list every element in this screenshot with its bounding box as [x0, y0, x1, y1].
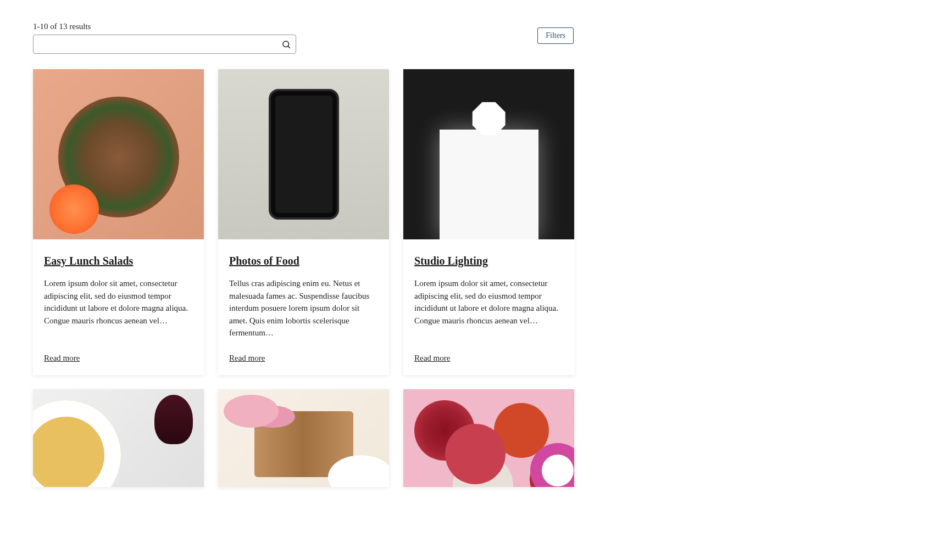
breakfast-image[interactable]	[218, 389, 389, 487]
result-card	[218, 389, 389, 487]
svg-point-0	[283, 41, 289, 47]
result-card: Studio LightingLorem ipsum dolor sit ame…	[403, 69, 574, 375]
studio-lighting-image[interactable]	[403, 69, 574, 239]
read-more-link[interactable]: Read more	[229, 354, 378, 363]
card-body: Easy Lunch SaladsLorem ipsum dolor sit a…	[33, 239, 204, 375]
result-card	[403, 389, 574, 487]
filters-button[interactable]: Filters	[537, 27, 574, 44]
read-more-link[interactable]: Read more	[44, 354, 193, 363]
search-input[interactable]	[33, 35, 296, 54]
search-wrapper	[33, 35, 296, 54]
card-body: Studio LightingLorem ipsum dolor sit ame…	[403, 239, 574, 375]
card-body: Photos of FoodTellus cras adipiscing eni…	[218, 239, 389, 375]
pasta-image[interactable]	[33, 389, 204, 487]
salad-image[interactable]	[33, 69, 204, 239]
result-card: Easy Lunch SaladsLorem ipsum dolor sit a…	[33, 69, 204, 375]
card-excerpt: Lorem ipsum dolor sit amet, consectetur …	[414, 277, 563, 327]
card-excerpt: Lorem ipsum dolor sit amet, consectetur …	[44, 277, 193, 327]
result-card: Photos of FoodTellus cras adipiscing eni…	[218, 69, 389, 375]
search-icon	[281, 40, 291, 49]
phone-food-image[interactable]	[218, 69, 389, 239]
left-header: 1-10 of 13 results	[33, 22, 296, 54]
card-title-link[interactable]: Easy Lunch Salads	[44, 255, 193, 267]
svg-line-1	[288, 46, 290, 48]
results-count: 1-10 of 13 results	[33, 22, 296, 31]
fruit-image[interactable]	[403, 389, 574, 487]
card-title-link[interactable]: Photos of Food	[229, 255, 378, 267]
read-more-link[interactable]: Read more	[414, 354, 563, 363]
results-grid: Easy Lunch SaladsLorem ipsum dolor sit a…	[33, 69, 574, 487]
card-title-link[interactable]: Studio Lighting	[414, 255, 563, 267]
card-excerpt: Tellus cras adipiscing enim eu. Netus et…	[229, 277, 378, 339]
result-card	[33, 389, 204, 487]
header-row: 1-10 of 13 results Filters	[33, 22, 574, 54]
search-button[interactable]	[279, 37, 294, 52]
